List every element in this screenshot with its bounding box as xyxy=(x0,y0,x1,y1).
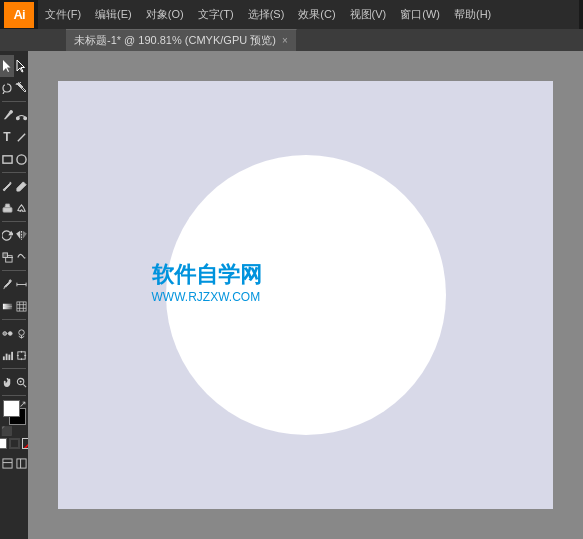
divider-2 xyxy=(2,172,26,173)
svg-rect-47 xyxy=(2,356,4,360)
fill-color-swatch[interactable] xyxy=(3,400,20,417)
svg-rect-63 xyxy=(16,458,25,467)
menu-effect[interactable]: 效果(C) xyxy=(291,0,342,29)
watermark-text: 软件自学网 xyxy=(152,260,262,290)
svg-marker-20 xyxy=(4,203,10,207)
measure-tool[interactable] xyxy=(14,273,28,295)
tab-title: 未标题-1* @ 190.81% (CMYK/GPU 预览) xyxy=(74,33,276,48)
selection-tool-row xyxy=(0,55,28,77)
svg-marker-0 xyxy=(3,60,11,72)
left-toolbar: T xyxy=(0,51,28,539)
svg-point-16 xyxy=(16,154,25,163)
column-graph-tool[interactable] xyxy=(0,344,14,366)
svg-point-13 xyxy=(23,116,26,119)
svg-rect-50 xyxy=(11,351,13,359)
svg-rect-48 xyxy=(5,353,7,359)
artboard-tool[interactable] xyxy=(14,344,28,366)
fill-mode-icon[interactable] xyxy=(0,438,7,449)
brush-row xyxy=(0,175,28,197)
tab-close-button[interactable]: × xyxy=(282,35,288,46)
menu-text[interactable]: 文字(T) xyxy=(191,0,241,29)
svg-rect-39 xyxy=(16,301,25,310)
hand-tool[interactable] xyxy=(0,371,14,393)
canvas-area[interactable]: 软件自学网 WWW.RJZXW.COM xyxy=(28,51,583,539)
type-row: T xyxy=(0,126,28,148)
reshape-tool[interactable] xyxy=(14,246,28,268)
watermark: 软件自学网 WWW.RJZXW.COM xyxy=(152,260,262,304)
svg-marker-24 xyxy=(23,231,26,237)
menu-edit[interactable]: 编辑(E) xyxy=(88,0,139,29)
paintbrush-tool[interactable] xyxy=(0,175,14,197)
rotate-tool[interactable] xyxy=(0,224,14,246)
svg-rect-61 xyxy=(2,458,11,467)
svg-line-7 xyxy=(16,83,17,85)
shaper-tool[interactable] xyxy=(14,197,28,219)
menu-help[interactable]: 帮助(H) xyxy=(447,0,498,29)
svg-point-41 xyxy=(8,331,12,335)
type-tool[interactable]: T xyxy=(0,126,14,148)
eyedropper-tool[interactable] xyxy=(0,273,14,295)
swap-colors-icon[interactable]: ↗ xyxy=(19,399,27,409)
default-colors-icon[interactable]: ⬛ xyxy=(1,426,12,436)
svg-point-12 xyxy=(16,116,19,119)
divider-5 xyxy=(2,319,26,320)
eyedropper-row xyxy=(0,273,28,295)
screen-mode-2[interactable] xyxy=(14,452,28,474)
gradient-row xyxy=(0,295,28,317)
symbol-sprayer[interactable] xyxy=(14,322,28,344)
artboard xyxy=(58,81,553,509)
svg-line-14 xyxy=(17,133,24,140)
graph-row xyxy=(0,344,28,366)
menu-object[interactable]: 对象(O) xyxy=(139,0,191,29)
svg-line-9 xyxy=(20,82,21,83)
divider-6 xyxy=(2,368,26,369)
pen-row xyxy=(0,104,28,126)
rect-row xyxy=(0,148,28,170)
menu-view[interactable]: 视图(V) xyxy=(343,0,394,29)
document-tab[interactable]: 未标题-1* @ 190.81% (CMYK/GPU 预览) × xyxy=(66,29,297,51)
svg-rect-15 xyxy=(2,155,11,162)
change-screen-mode[interactable] xyxy=(0,452,14,474)
pen-tool[interactable] xyxy=(0,104,14,126)
svg-point-40 xyxy=(2,331,6,335)
svg-rect-19 xyxy=(2,207,11,212)
curvature-tool[interactable] xyxy=(14,104,28,126)
color-section: ↗ ⬛ xyxy=(0,400,28,436)
reflect-tool[interactable] xyxy=(14,224,28,246)
stroke-mode-icon[interactable] xyxy=(9,438,20,449)
hand-row xyxy=(0,371,28,393)
scale-row xyxy=(0,246,28,268)
menu-window[interactable]: 窗口(W) xyxy=(393,0,447,29)
menu-select[interactable]: 选择(S) xyxy=(241,0,292,29)
zoom-tool[interactable] xyxy=(14,371,28,393)
blend-tool[interactable] xyxy=(0,322,14,344)
svg-point-43 xyxy=(18,329,24,335)
ellipse-tool[interactable] xyxy=(14,148,28,170)
eraser-row xyxy=(0,197,28,219)
line-tool[interactable] xyxy=(14,126,28,148)
selection-tool[interactable] xyxy=(0,55,14,77)
rotate-row xyxy=(0,224,28,246)
svg-rect-26 xyxy=(2,252,7,257)
svg-marker-1 xyxy=(17,60,25,72)
main-layout: T xyxy=(0,51,583,539)
ai-logo: Ai xyxy=(4,2,34,28)
title-bar: Ai 文件(F) 编辑(E) 对象(O) 文字(T) 选择(S) 效果(C) 视… xyxy=(0,0,583,29)
lasso-tool[interactable] xyxy=(0,77,14,99)
svg-point-29 xyxy=(9,279,11,281)
magic-wand-tool[interactable] xyxy=(14,77,28,99)
menu-file[interactable]: 文件(F) xyxy=(38,0,88,29)
scale-tool[interactable] xyxy=(0,246,14,268)
direct-select-tool[interactable] xyxy=(14,55,28,77)
color-mode-row xyxy=(0,437,28,450)
divider-1 xyxy=(2,101,26,102)
blend-row xyxy=(0,322,28,344)
eraser-tool[interactable] xyxy=(0,197,14,219)
mesh-tool[interactable] xyxy=(14,295,28,317)
pencil-tool[interactable] xyxy=(14,175,28,197)
gradient-tool[interactable] xyxy=(0,295,14,317)
divider-7 xyxy=(2,395,26,396)
watermark-url: WWW.RJZXW.COM xyxy=(152,290,262,304)
rect-tool[interactable] xyxy=(0,148,14,170)
svg-line-2 xyxy=(3,92,4,94)
